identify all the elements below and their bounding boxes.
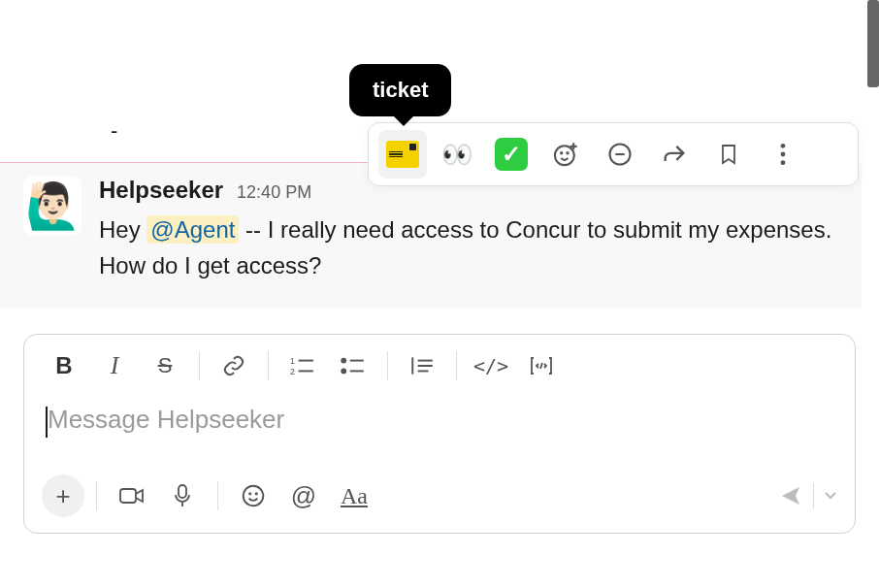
reaction-tooltip: ticket bbox=[349, 64, 451, 116]
video-button[interactable] bbox=[109, 474, 155, 517]
mic-icon bbox=[172, 483, 193, 508]
video-icon bbox=[118, 485, 146, 506]
bookmark-button[interactable] bbox=[704, 130, 753, 179]
codeblock-button[interactable] bbox=[517, 344, 566, 387]
svg-point-22 bbox=[249, 493, 250, 494]
svg-rect-20 bbox=[179, 485, 186, 498]
svg-point-5 bbox=[781, 152, 786, 157]
scrollbar[interactable] bbox=[867, 0, 879, 87]
avatar[interactable]: 🙋🏻‍♂️ bbox=[23, 177, 81, 235]
svg-point-11 bbox=[342, 359, 345, 363]
format-toggle-button[interactable]: Aa bbox=[331, 474, 377, 517]
message-username[interactable]: Helpseeker bbox=[99, 177, 223, 204]
eyes-icon: 👀 bbox=[441, 140, 472, 170]
composer-bottom-bar: + bbox=[24, 465, 855, 533]
add-reaction-button[interactable] bbox=[541, 130, 590, 179]
svg-text:1: 1 bbox=[290, 356, 295, 366]
mention[interactable]: @Agent bbox=[146, 215, 239, 244]
reaction-ticket[interactable] bbox=[378, 130, 427, 179]
codeblock-icon bbox=[528, 354, 555, 377]
send-button[interactable] bbox=[778, 484, 803, 507]
attach-button[interactable]: + bbox=[42, 474, 84, 517]
bold-icon: B bbox=[55, 352, 72, 379]
code-button[interactable]: </> bbox=[467, 344, 515, 387]
link-button[interactable] bbox=[210, 344, 258, 387]
svg-point-1 bbox=[561, 152, 562, 153]
send-icon bbox=[778, 484, 803, 507]
italic-icon: I bbox=[111, 351, 119, 380]
bookmark-icon bbox=[717, 141, 740, 168]
message-action-bar: 👀 ✓ bbox=[368, 122, 859, 186]
format-toggle-icon: Aa bbox=[341, 483, 368, 509]
svg-point-12 bbox=[342, 369, 345, 373]
strike-icon: S bbox=[158, 353, 173, 378]
avatar-emoji: 🙋🏻‍♂️ bbox=[25, 180, 81, 232]
chevron-down-icon bbox=[824, 491, 837, 501]
ticket-icon bbox=[386, 141, 419, 168]
ordered-list-button[interactable]: 1 2 bbox=[278, 344, 327, 387]
separator bbox=[456, 351, 457, 380]
blockquote-icon bbox=[409, 355, 435, 376]
share-icon bbox=[661, 141, 688, 168]
svg-point-4 bbox=[781, 144, 786, 148]
message-composer: B I S 1 2 bbox=[23, 334, 856, 534]
separator bbox=[199, 351, 200, 380]
separator bbox=[813, 483, 814, 508]
message-input[interactable]: Message Helpseeker bbox=[24, 397, 855, 465]
check-icon: ✓ bbox=[495, 138, 528, 171]
tooltip-label: ticket bbox=[373, 78, 428, 102]
strike-button[interactable]: S bbox=[141, 344, 189, 387]
share-button[interactable] bbox=[650, 130, 699, 179]
add-reaction-icon bbox=[552, 141, 579, 168]
code-icon: </> bbox=[473, 354, 508, 377]
emoji-button[interactable] bbox=[230, 474, 277, 517]
svg-point-21 bbox=[244, 486, 264, 506]
separator bbox=[217, 481, 218, 510]
mention-icon: @ bbox=[291, 481, 316, 511]
send-options-button[interactable] bbox=[824, 491, 837, 501]
thread-button[interactable] bbox=[596, 130, 644, 179]
text-caret bbox=[46, 407, 48, 438]
more-icon bbox=[779, 142, 787, 167]
stray-text: - bbox=[111, 118, 117, 144]
svg-text:2: 2 bbox=[290, 367, 295, 376]
link-icon bbox=[222, 354, 245, 377]
svg-point-23 bbox=[256, 493, 257, 494]
ordered-list-icon: 1 2 bbox=[290, 355, 315, 376]
message-text-pre: Hey bbox=[99, 216, 146, 243]
reaction-eyes[interactable]: 👀 bbox=[433, 130, 481, 179]
separator bbox=[96, 481, 97, 510]
blockquote-button[interactable] bbox=[398, 344, 446, 387]
bullet-list-icon bbox=[341, 355, 366, 376]
mention-button[interactable]: @ bbox=[280, 474, 327, 517]
reaction-check[interactable]: ✓ bbox=[487, 130, 536, 179]
italic-button[interactable]: I bbox=[90, 344, 139, 387]
separator bbox=[268, 351, 269, 380]
svg-point-0 bbox=[555, 146, 574, 165]
separator bbox=[387, 351, 388, 380]
audio-button[interactable] bbox=[159, 474, 206, 517]
emoji-icon bbox=[241, 483, 266, 508]
message-input-placeholder: Message Helpseeker bbox=[48, 405, 831, 435]
message-timestamp[interactable]: 12:40 PM bbox=[237, 182, 311, 203]
more-actions-button[interactable] bbox=[759, 130, 807, 179]
bullet-list-button[interactable] bbox=[329, 344, 377, 387]
thread-icon bbox=[606, 141, 634, 168]
plus-icon: + bbox=[55, 481, 70, 511]
svg-point-6 bbox=[781, 160, 786, 165]
format-toolbar: B I S 1 2 bbox=[24, 335, 855, 397]
svg-point-2 bbox=[567, 152, 568, 153]
svg-rect-19 bbox=[120, 489, 136, 503]
message-text: Hey @Agent -- I really need access to Co… bbox=[99, 212, 838, 283]
bold-button[interactable]: B bbox=[40, 344, 88, 387]
